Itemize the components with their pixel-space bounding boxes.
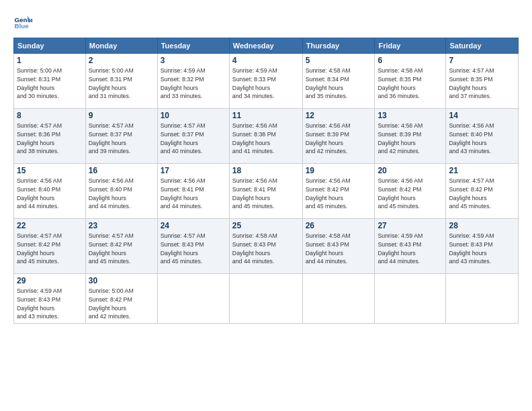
day-cell-14: 14 Sunrise: 4:56 AM Sunset: 8:40 PM Dayl… bbox=[446, 109, 519, 164]
day-info: Sunrise: 5:00 AM Sunset: 8:31 PM Dayligh… bbox=[17, 66, 83, 101]
day-number: 13 bbox=[378, 111, 443, 120]
day-number: 29 bbox=[17, 276, 83, 285]
col-header-friday: Friday bbox=[375, 38, 446, 54]
calendar-table: SundayMondayTuesdayWednesdayThursdayFrid… bbox=[13, 38, 519, 324]
day-cell-9: 9 Sunrise: 4:57 AM Sunset: 8:37 PM Dayli… bbox=[85, 109, 157, 164]
day-number: 3 bbox=[161, 56, 226, 65]
empty-cell bbox=[375, 274, 446, 324]
day-info: Sunrise: 4:59 AM Sunset: 8:33 PM Dayligh… bbox=[232, 66, 300, 101]
day-number: 21 bbox=[449, 166, 515, 175]
logo: General Blue bbox=[13, 12, 35, 31]
day-info: Sunrise: 4:56 AM Sunset: 8:41 PM Dayligh… bbox=[161, 177, 226, 211]
day-cell-11: 11 Sunrise: 4:56 AM Sunset: 8:38 PM Dayl… bbox=[229, 109, 302, 164]
day-info: Sunrise: 4:59 AM Sunset: 8:32 PM Dayligh… bbox=[161, 66, 226, 101]
day-cell-28: 28 Sunrise: 4:59 AM Sunset: 8:43 PM Dayl… bbox=[446, 219, 519, 274]
day-cell-23: 23 Sunrise: 4:57 AM Sunset: 8:42 PM Dayl… bbox=[85, 219, 157, 274]
day-cell-20: 20 Sunrise: 4:56 AM Sunset: 8:42 PM Dayl… bbox=[375, 164, 446, 219]
col-header-saturday: Saturday bbox=[446, 38, 519, 54]
col-header-thursday: Thursday bbox=[302, 38, 375, 54]
day-info: Sunrise: 4:57 AM Sunset: 8:37 PM Dayligh… bbox=[161, 122, 226, 156]
day-info: Sunrise: 5:00 AM Sunset: 8:31 PM Dayligh… bbox=[89, 66, 154, 101]
page: General Blue SundayMondayTuesdayWednesda… bbox=[0, 0, 532, 411]
day-cell-4: 4 Sunrise: 4:59 AM Sunset: 8:33 PM Dayli… bbox=[229, 54, 302, 109]
day-number: 7 bbox=[449, 56, 515, 65]
day-cell-15: 15 Sunrise: 4:56 AM Sunset: 8:40 PM Dayl… bbox=[14, 164, 86, 219]
empty-cell bbox=[157, 274, 229, 324]
day-number: 2 bbox=[89, 56, 154, 65]
empty-cell bbox=[446, 274, 519, 324]
day-cell-27: 27 Sunrise: 4:59 AM Sunset: 8:43 PM Dayl… bbox=[375, 219, 446, 274]
day-info: Sunrise: 4:59 AM Sunset: 8:43 PM Dayligh… bbox=[378, 232, 443, 266]
day-cell-29: 29 Sunrise: 4:59 AM Sunset: 8:43 PM Dayl… bbox=[14, 274, 86, 324]
day-cell-18: 18 Sunrise: 4:56 AM Sunset: 8:41 PM Dayl… bbox=[229, 164, 302, 219]
day-info: Sunrise: 4:57 AM Sunset: 8:43 PM Dayligh… bbox=[161, 232, 226, 266]
calendar-week-5: 29 Sunrise: 4:59 AM Sunset: 8:43 PM Dayl… bbox=[14, 274, 519, 324]
calendar-week-3: 15 Sunrise: 4:56 AM Sunset: 8:40 PM Dayl… bbox=[14, 164, 519, 219]
day-number: 10 bbox=[161, 111, 226, 120]
day-number: 28 bbox=[449, 221, 515, 230]
day-cell-22: 22 Sunrise: 4:57 AM Sunset: 8:42 PM Dayl… bbox=[14, 219, 86, 274]
day-cell-7: 7 Sunrise: 4:57 AM Sunset: 8:35 PM Dayli… bbox=[446, 54, 519, 109]
day-number: 30 bbox=[89, 276, 154, 285]
day-info: Sunrise: 4:57 AM Sunset: 8:42 PM Dayligh… bbox=[89, 232, 154, 266]
svg-text:Blue: Blue bbox=[14, 22, 29, 30]
day-cell-6: 6 Sunrise: 4:58 AM Sunset: 8:35 PM Dayli… bbox=[375, 54, 446, 109]
day-info: Sunrise: 4:57 AM Sunset: 8:42 PM Dayligh… bbox=[17, 232, 83, 266]
day-number: 20 bbox=[378, 166, 443, 175]
day-number: 23 bbox=[89, 221, 154, 230]
day-number: 18 bbox=[232, 166, 300, 175]
day-number: 16 bbox=[89, 166, 154, 175]
day-info: Sunrise: 4:56 AM Sunset: 8:40 PM Dayligh… bbox=[17, 177, 83, 211]
col-header-monday: Monday bbox=[85, 38, 157, 54]
day-info: Sunrise: 4:57 AM Sunset: 8:42 PM Dayligh… bbox=[449, 177, 515, 211]
day-info: Sunrise: 4:56 AM Sunset: 8:40 PM Dayligh… bbox=[89, 177, 154, 211]
day-info: Sunrise: 4:56 AM Sunset: 8:39 PM Dayligh… bbox=[306, 122, 372, 156]
day-cell-12: 12 Sunrise: 4:56 AM Sunset: 8:39 PM Dayl… bbox=[302, 109, 375, 164]
header: General Blue bbox=[13, 12, 519, 31]
calendar-week-1: 1 Sunrise: 5:00 AM Sunset: 8:31 PM Dayli… bbox=[14, 54, 519, 109]
calendar-week-2: 8 Sunrise: 4:57 AM Sunset: 8:36 PM Dayli… bbox=[14, 109, 519, 164]
day-info: Sunrise: 5:00 AM Sunset: 8:42 PM Dayligh… bbox=[89, 287, 154, 321]
day-number: 1 bbox=[17, 56, 83, 65]
day-info: Sunrise: 4:56 AM Sunset: 8:42 PM Dayligh… bbox=[378, 177, 443, 211]
day-info: Sunrise: 4:57 AM Sunset: 8:35 PM Dayligh… bbox=[449, 66, 515, 101]
day-cell-17: 17 Sunrise: 4:56 AM Sunset: 8:41 PM Dayl… bbox=[157, 164, 229, 219]
day-number: 8 bbox=[17, 111, 83, 120]
col-header-sunday: Sunday bbox=[14, 38, 86, 54]
day-info: Sunrise: 4:58 AM Sunset: 8:43 PM Dayligh… bbox=[232, 232, 300, 266]
day-cell-26: 26 Sunrise: 4:58 AM Sunset: 8:43 PM Dayl… bbox=[302, 219, 375, 274]
day-info: Sunrise: 4:58 AM Sunset: 8:34 PM Dayligh… bbox=[306, 66, 372, 101]
day-number: 9 bbox=[89, 111, 154, 120]
day-cell-24: 24 Sunrise: 4:57 AM Sunset: 8:43 PM Dayl… bbox=[157, 219, 229, 274]
day-number: 19 bbox=[306, 166, 372, 175]
day-number: 24 bbox=[161, 221, 226, 230]
day-info: Sunrise: 4:56 AM Sunset: 8:42 PM Dayligh… bbox=[306, 177, 372, 211]
day-number: 11 bbox=[232, 111, 300, 120]
empty-cell bbox=[229, 274, 302, 324]
day-cell-16: 16 Sunrise: 4:56 AM Sunset: 8:40 PM Dayl… bbox=[85, 164, 157, 219]
day-number: 25 bbox=[232, 221, 300, 230]
day-number: 4 bbox=[232, 56, 300, 65]
day-number: 27 bbox=[378, 221, 443, 230]
day-info: Sunrise: 4:56 AM Sunset: 8:40 PM Dayligh… bbox=[449, 122, 515, 156]
day-info: Sunrise: 4:59 AM Sunset: 8:43 PM Dayligh… bbox=[17, 287, 83, 321]
day-info: Sunrise: 4:58 AM Sunset: 8:35 PM Dayligh… bbox=[378, 66, 443, 101]
col-header-wednesday: Wednesday bbox=[229, 38, 302, 54]
col-header-tuesday: Tuesday bbox=[157, 38, 229, 54]
day-cell-8: 8 Sunrise: 4:57 AM Sunset: 8:36 PM Dayli… bbox=[14, 109, 86, 164]
day-number: 15 bbox=[17, 166, 83, 175]
day-number: 26 bbox=[306, 221, 372, 230]
logo-icon: General Blue bbox=[13, 12, 32, 31]
day-info: Sunrise: 4:56 AM Sunset: 8:39 PM Dayligh… bbox=[378, 122, 443, 156]
day-info: Sunrise: 4:57 AM Sunset: 8:37 PM Dayligh… bbox=[89, 122, 154, 156]
calendar-header-row: SundayMondayTuesdayWednesdayThursdayFrid… bbox=[14, 38, 519, 54]
day-number: 14 bbox=[449, 111, 515, 120]
day-number: 12 bbox=[306, 111, 372, 120]
day-number: 22 bbox=[17, 221, 83, 230]
day-cell-25: 25 Sunrise: 4:58 AM Sunset: 8:43 PM Dayl… bbox=[229, 219, 302, 274]
day-info: Sunrise: 4:58 AM Sunset: 8:43 PM Dayligh… bbox=[306, 232, 372, 266]
day-info: Sunrise: 4:56 AM Sunset: 8:38 PM Dayligh… bbox=[232, 122, 300, 156]
day-cell-21: 21 Sunrise: 4:57 AM Sunset: 8:42 PM Dayl… bbox=[446, 164, 519, 219]
day-cell-2: 2 Sunrise: 5:00 AM Sunset: 8:31 PM Dayli… bbox=[85, 54, 157, 109]
day-info: Sunrise: 4:56 AM Sunset: 8:41 PM Dayligh… bbox=[232, 177, 300, 211]
